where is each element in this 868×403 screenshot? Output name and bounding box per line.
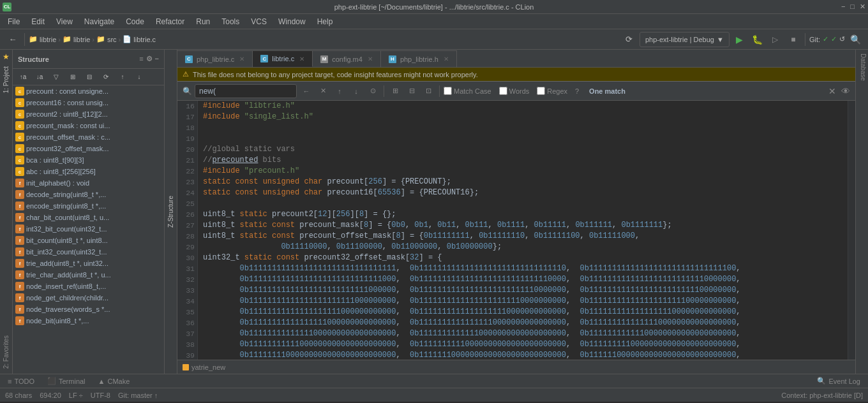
status-line-endings[interactable]: LF ÷ [69,392,83,399]
find-nav-up-button[interactable]: ↑ [333,84,347,98]
find-regex-checkbox[interactable] [537,87,545,95]
terminal-tab[interactable]: ⬛ Terminal [45,376,88,386]
event-log-tab[interactable]: 🔍 Event Log [814,376,863,386]
sort-alpha-asc-button[interactable]: ↑a [15,70,31,85]
git-sync-icon[interactable]: ↺ [839,35,845,43]
tab-close-config-m4[interactable]: ✕ [368,55,373,62]
sidebar-item[interactable]: fnode_get_children(childr... [13,292,164,304]
sidebar-item[interactable]: fbit_count(uint8_t *, uint8... [13,235,164,246]
tab-php-libtrie-h[interactable]: H php_libtrie.h ✕ [381,50,457,67]
menu-navigate[interactable]: Navigate [79,16,119,27]
menu-tools[interactable]: Tools [216,16,244,27]
filter-button[interactable]: ▽ [49,70,64,85]
menu-vcs[interactable]: VCS [246,16,272,27]
find-multiline-button[interactable]: ⊟ [405,84,419,98]
window-controls[interactable]: − □ ✕ [841,3,865,11]
find-scope-button[interactable]: ⊙ [366,84,380,98]
menu-refactor[interactable]: Refactor [151,16,190,27]
status-chars[interactable]: 68 chars [5,392,32,399]
sidebar-item[interactable]: ftrie_add(uint8_t *, uint32... [13,258,164,269]
sort-icon[interactable]: ≡ [139,55,143,63]
menu-view[interactable]: View [51,16,78,27]
hide-icon[interactable]: − [155,55,159,63]
database-tab[interactable]: Database [856,50,868,85]
bottom-file-tab[interactable]: yatrie_new [183,363,225,371]
up-arrow-button[interactable]: ↑ [115,70,130,85]
find-expand-button[interactable]: ⊞ [388,84,402,98]
sidebar-item[interactable]: fnode_insert_ref(uint8_t,... [13,281,164,292]
run-config-selector[interactable]: php-ext-libtrie | Debug ▼ [640,32,730,47]
code-editor[interactable]: 16 17 18 19 20 21 22 23 24 25 26 27 28 2… [177,101,855,360]
debug-button[interactable]: 🐛 [750,32,765,47]
find-match-case-option[interactable]: Match Case [444,87,491,95]
breadcrumb-libtrie1[interactable]: libtrie [40,36,56,43]
sidebar-item[interactable]: cbca : uint8_t[90][3] [13,154,164,166]
tab-php-libtrie-c[interactable]: C php_libtrie.c ✕ [177,50,253,67]
collapse-all-button[interactable]: ⊟ [82,70,97,85]
tab-config-m4[interactable]: M config.m4 ✕ [313,50,381,67]
menu-window[interactable]: Window [273,16,311,27]
sidebar-item[interactable]: cprecount : const unsigne... [13,85,164,97]
tab-close-php-libtrie-c[interactable]: ✕ [239,55,244,62]
find-regex-option[interactable]: Regex [537,87,567,95]
cmake-tab[interactable]: ▲ CMake [96,376,133,386]
breadcrumb-file[interactable]: libtrie.c [133,36,156,43]
menu-help[interactable]: Help [312,16,338,27]
status-position[interactable]: 694:20 [40,392,61,399]
tab-libtrie-c[interactable]: C libtrie.c ✕ [253,50,313,67]
status-context[interactable]: Context: php-ext-libtrie [D] [781,392,863,399]
autoscroll-button[interactable]: ⟳ [98,70,114,85]
find-nav-down-button[interactable]: ↓ [349,84,363,98]
sidebar-item[interactable]: fint32_bit_count(uint32_t... [13,223,164,235]
menu-code[interactable]: Code [121,16,149,27]
minimize-button[interactable]: − [841,3,845,11]
sort-alpha-desc-button[interactable]: ↓a [32,70,47,85]
sidebar-item[interactable]: finit_alphabet() : void [13,177,164,189]
sidebar-item[interactable]: cprecount_offset_mask : c... [13,131,164,143]
maximize-button[interactable]: □ [850,3,855,11]
sidebar-item[interactable]: cprecount16 : const unsig... [13,97,164,108]
run-button[interactable]: ▶ [732,32,747,47]
find-close-button[interactable]: ✕ [828,86,836,96]
find-input[interactable] [195,84,297,98]
code-content[interactable]: #include "libtrie.h" #include "single_li… [198,101,848,360]
find-words-checkbox[interactable] [499,87,507,95]
project-tab[interactable]: 1: Project [1,64,11,96]
tab-close-libtrie-c[interactable]: ✕ [299,55,304,62]
sidebar-item[interactable]: cprecount32_offset_mask... [13,143,164,154]
find-help-button[interactable]: ? [570,84,584,98]
down-arrow-button[interactable]: ↓ [131,70,147,85]
status-git[interactable]: Git: master ↑ [118,392,158,399]
tab-close-php-libtrie-h[interactable]: ✕ [444,55,449,62]
stop-button[interactable]: ■ [786,32,801,47]
toolbar-back-button[interactable]: ← [5,32,20,47]
sidebar-item[interactable]: cprecount2 : uint8_t[12][2... [13,108,164,120]
sidebar-item[interactable]: fnode_traverse(words_s *... [13,304,164,315]
sidebar-item[interactable]: fnode_bit(uint8_t *,... [13,315,164,326]
breadcrumb-libtrie2[interactable]: libtrie [73,36,90,43]
find-match-case-checkbox[interactable] [444,87,452,95]
sync-button[interactable]: ⟳ [622,32,637,47]
sidebar-item[interactable]: ftrie_char_add(uint8_t *, u... [13,269,164,281]
todo-tab[interactable]: ≡ TODO [5,376,37,386]
z-structure-tab[interactable]: Z-Structure [166,193,176,230]
sidebar-item[interactable]: cprecount_mask : const ui... [13,120,164,131]
run-coverage-button[interactable]: ▷ [768,32,783,47]
find-nav-prev-button[interactable]: ← [299,84,313,98]
close-button[interactable]: ✕ [860,3,865,11]
breadcrumb-src[interactable]: src [107,36,117,43]
settings-icon[interactable]: ⚙ [146,55,153,63]
sidebar-item[interactable]: fbit_int32_count(uint32_t... [13,246,164,258]
menu-run[interactable]: Run [191,16,215,27]
sidebar-item[interactable]: fchar_bit_count(uint8_t, u... [13,212,164,223]
sidebar-item[interactable]: cabc : uint8_t[256][256] [13,166,164,177]
find-filter-button[interactable]: ⊡ [421,84,435,98]
expand-all-button[interactable]: ⊞ [65,70,80,85]
status-encoding[interactable]: UTF-8 [91,392,110,399]
sidebar-item[interactable]: fdecode_string(uint8_t *,... [13,189,164,200]
menu-edit[interactable]: Edit [26,16,50,27]
find-words-option[interactable]: Words [499,87,530,95]
favorites-tab[interactable]: 2: Favorites [1,333,11,371]
find-eye-button[interactable]: 👁 [841,86,850,96]
menu-file[interactable]: File [3,16,25,27]
